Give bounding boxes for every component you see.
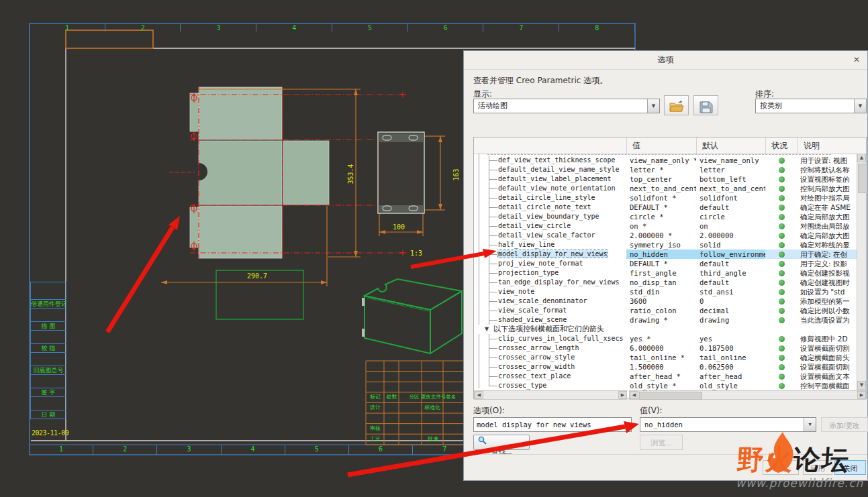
flat-pattern-view[interactable] — [190, 87, 329, 258]
option-name: view_note — [498, 288, 534, 295]
ruler-number: 5 — [368, 24, 372, 32]
option-description: 确定在非 ASME — [798, 203, 858, 212]
apply-button[interactable]: 应用 — [803, 460, 832, 475]
option-row[interactable]: model_display_for_new_viewsno_hiddenfoll… — [474, 250, 858, 259]
option-row[interactable]: crossec_arrow_length6.0000000.187500设置横截… — [474, 343, 858, 353]
dim-100: 100 — [393, 223, 405, 231]
collapse-caret-icon[interactable]: ▼ — [485, 325, 493, 334]
option-row[interactable]: crossec_arrow_styletail_online *tail_onl… — [474, 353, 858, 362]
column-header-status[interactable]: 状况 — [765, 137, 798, 154]
vertical-scrollbar[interactable]: ▲ ▼ — [857, 154, 866, 390]
sidebar-box — [30, 308, 66, 322]
option-row[interactable]: crossec_arrow_width1.5000000.062500设置横截面… — [474, 362, 858, 372]
option-row[interactable]: view_scale_denominator36000添加模型的第一 — [474, 296, 858, 306]
scroll-down-icon[interactable]: ▼ — [857, 381, 866, 390]
status-ok-icon — [779, 233, 785, 239]
show-combobox-value: 活动绘图 — [478, 101, 508, 110]
option-description: 设置横截面切割 — [798, 343, 858, 353]
option-value: symmetry_iso — [626, 240, 696, 250]
option-row[interactable]: half_view_linesymmetry_isosolid确定对称线的显 — [474, 240, 858, 250]
options-table: 值 默认 状况 说明 def_view_text_thickness_scope… — [473, 137, 867, 399]
option-row[interactable]: crossec_typeold_style *old_style控制平面横截面 — [474, 381, 858, 390]
option-row[interactable]: tan_edge_display_for_new_viewsno_disp_ta… — [474, 278, 858, 287]
tree-branch-icon — [489, 357, 497, 358]
option-row[interactable]: detail_view_scale_factor2.000000 *2.0000… — [474, 231, 858, 240]
option-row[interactable]: crossec_text_placeafter_head *after_head… — [474, 372, 858, 381]
tree-branch-icon — [489, 367, 497, 368]
ruler-number: 3 — [187, 445, 191, 453]
tree-branch-icon — [489, 339, 497, 339]
option-row[interactable]: default_detail_view_name_styleletter *le… — [474, 165, 858, 174]
horizontal-scrollbar-names[interactable]: ◀ ▶ — [474, 390, 627, 400]
close-button[interactable]: 关闭 — [834, 460, 866, 475]
option-row[interactable]: proj_view_note_formatDEFAULT *default用于定… — [474, 259, 858, 268]
option-row[interactable]: detail_view_circleon *on对围绕由局部放 — [474, 221, 858, 231]
horizontal-scrollbar-values[interactable]: ◀ ▶ — [629, 390, 866, 400]
option-value: ratio_colon — [626, 306, 696, 315]
option-default: third_angle — [696, 268, 765, 278]
scrollbar-thumb[interactable] — [639, 392, 702, 400]
option-row[interactable]: clip_curves_in_local_full_xsecsyes *yes修… — [474, 334, 858, 343]
option-default: view_name_only — [696, 156, 765, 165]
sidebar-box — [30, 352, 66, 366]
option-default: default — [696, 278, 765, 287]
option-default: solidfont — [696, 193, 765, 203]
option-default: tail_online — [696, 353, 765, 362]
option-row[interactable]: detail_view_boundary_typecircle *circle确… — [474, 212, 858, 221]
chevron-down-icon[interactable]: ▼ — [804, 418, 816, 431]
show-combobox[interactable]: 活动绘图 ▼ — [473, 99, 660, 113]
option-default: drawing — [696, 315, 765, 325]
scroll-left-icon[interactable]: ◀ — [630, 391, 638, 399]
close-icon[interactable]: ✕ — [851, 54, 862, 65]
ruler-number: 2 — [141, 24, 145, 32]
scroll-left-icon[interactable]: ◀ — [475, 391, 483, 399]
option-row[interactable]: view_notestd_dinstd_ansi如设置为 "std — [474, 287, 858, 296]
sidebar-label: 校 描 — [30, 343, 66, 353]
tree-branch-icon — [489, 245, 497, 245]
tree-branch-icon — [489, 188, 497, 189]
value-combobox[interactable]: no_hidden ▼ — [640, 417, 816, 432]
ok-button[interactable]: 确定 — [763, 460, 799, 475]
status-ok-icon — [779, 364, 785, 370]
chevron-down-icon[interactable]: ▼ — [854, 99, 866, 113]
option-row[interactable]: detail_circle_line_stylesolidfont *solid… — [474, 193, 858, 203]
option-value: after_head * — [626, 372, 696, 381]
option-row[interactable]: def_view_text_thickness_scopeview_name_o… — [474, 156, 858, 165]
value-combobox-value: no_hidden — [644, 421, 683, 429]
option-default: bottom_left — [696, 174, 765, 184]
column-header-description[interactable]: 说明 — [798, 137, 866, 154]
sort-combobox[interactable]: 按类别 ▼ — [755, 99, 867, 113]
column-header-value[interactable]: 值 — [626, 137, 696, 154]
tree-branch-icon — [489, 292, 497, 292]
tree-branch-icon — [489, 282, 497, 283]
browse-button[interactable]: 浏览... — [640, 435, 683, 450]
ruler-number: 6 — [379, 445, 383, 453]
category-row[interactable]: ▼以下选项控制横截面和它们的箭头 — [474, 325, 858, 334]
open-file-button[interactable] — [664, 95, 689, 115]
ruler-number: 5 — [315, 445, 319, 453]
add-change-button[interactable]: 添加/更改 — [821, 417, 868, 432]
scroll-right-icon[interactable]: ▶ — [857, 391, 866, 399]
chevron-down-icon[interactable]: ▼ — [647, 99, 659, 113]
find-button[interactable]: 查找... — [473, 435, 530, 450]
status-ok-icon — [779, 383, 785, 389]
scroll-right-icon[interactable]: ▶ — [618, 391, 627, 399]
scrollbar-thumb[interactable] — [858, 164, 867, 193]
ruler-number: 4 — [251, 445, 255, 453]
option-row[interactable]: projection_typefirst_anglethird_angle确定创… — [474, 268, 858, 278]
option-default: yes — [696, 334, 765, 343]
option-description: 控制将默认名称 — [798, 165, 858, 174]
option-row[interactable]: shaded_view_scenedrawing *drawing当此选项设置为 — [474, 315, 858, 325]
side-view[interactable] — [378, 132, 424, 213]
option-row[interactable]: view_scale_formatratio_colondecimal确定比例以… — [474, 306, 858, 315]
option-name-input[interactable] — [473, 417, 632, 432]
scroll-up-icon[interactable]: ▲ — [857, 154, 866, 162]
dialog-titlebar[interactable]: 选项 ✕ — [464, 51, 867, 70]
option-row[interactable]: detail_circle_note_textDEFAULT *default确… — [474, 203, 858, 212]
isometric-view[interactable] — [362, 279, 462, 353]
status-ok-icon — [779, 158, 785, 164]
column-header-default[interactable]: 默认 — [696, 137, 765, 154]
option-row[interactable]: default_view_label_placementtop_centerbo… — [474, 174, 858, 184]
save-button[interactable] — [693, 95, 718, 115]
option-row[interactable]: default_view_note_orientationnext_to_and… — [474, 184, 858, 193]
